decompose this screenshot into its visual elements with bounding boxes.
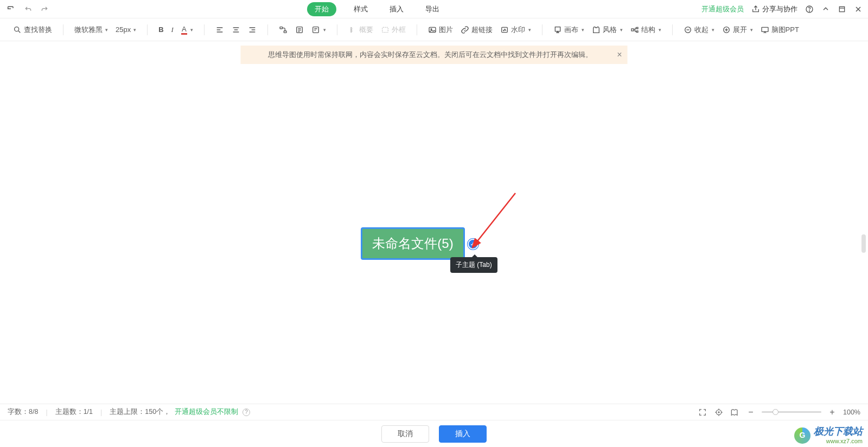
svg-rect-12 bbox=[555, 27, 560, 31]
svg-point-3 bbox=[15, 27, 19, 31]
structure-button[interactable]: 结构▾ bbox=[629, 23, 662, 36]
app-logo-icon bbox=[5, 4, 16, 15]
zoom-thumb[interactable] bbox=[773, 409, 778, 415]
divider bbox=[337, 24, 337, 35]
mindmap-ppt-button[interactable]: 脑图PPT bbox=[760, 23, 800, 36]
locate-icon[interactable] bbox=[714, 407, 724, 417]
help-icon[interactable] bbox=[805, 5, 814, 14]
chevron-down-icon: ▾ bbox=[105, 27, 108, 33]
font-size-select[interactable]: 25px▾ bbox=[114, 24, 137, 35]
info-banner: 思维导图使用时需保持联网，内容会实时保存至云文档。关闭后可在云文档中找到文件并打… bbox=[241, 46, 628, 64]
tab-start[interactable]: 开始 bbox=[307, 2, 336, 16]
tab-style[interactable]: 样式 bbox=[349, 2, 372, 16]
theme-label: 风格 bbox=[603, 25, 617, 35]
canvas[interactable]: 未命名文件(5) + 子主题 (Tab) bbox=[0, 41, 868, 400]
watermark-button[interactable]: 水印▾ bbox=[499, 23, 532, 36]
undo-icon[interactable] bbox=[24, 5, 33, 14]
chevron-down-icon: ▾ bbox=[620, 27, 623, 33]
bold-button[interactable]: B bbox=[157, 24, 164, 35]
tab-export[interactable]: 导出 bbox=[421, 2, 444, 16]
actionbar: 取消 插入 bbox=[0, 420, 868, 447]
collapse-label: 收起 bbox=[694, 25, 709, 35]
divider bbox=[672, 24, 673, 35]
topic-count: 主题数：1/1 bbox=[55, 407, 93, 417]
relation-button[interactable] bbox=[278, 24, 289, 36]
expand-button[interactable]: 展开▾ bbox=[721, 23, 754, 36]
tag-button[interactable]: ▾ bbox=[310, 24, 327, 36]
italic-button[interactable]: I bbox=[170, 24, 175, 36]
expand-label: 展开 bbox=[733, 25, 747, 35]
align-right-button[interactable] bbox=[247, 24, 258, 36]
font-size-value: 25px bbox=[116, 25, 131, 34]
image-button[interactable]: 图片 bbox=[427, 23, 454, 36]
watermark-label: 水印 bbox=[511, 25, 525, 35]
canvas-button[interactable]: 画布▾ bbox=[552, 23, 585, 36]
statusbar: 字数：8/8 | 主题数：1/1 | 主题上限：150个， 开通超级会员不限制 … bbox=[0, 404, 868, 420]
svg-rect-4 bbox=[280, 27, 283, 28]
insert-button[interactable]: 插入 bbox=[439, 425, 487, 443]
zoom-in-button[interactable]: + bbox=[828, 407, 837, 417]
vip-unlimited-link[interactable]: 开通超级会员不限制 bbox=[175, 407, 238, 417]
font-family-select[interactable]: 微软雅黑▾ bbox=[73, 23, 109, 36]
zoom-value: 100% bbox=[843, 408, 860, 416]
banner-close-icon[interactable]: × bbox=[617, 50, 622, 60]
add-child-button[interactable]: + bbox=[468, 239, 478, 250]
share-label: 分享与协作 bbox=[762, 4, 797, 14]
divider bbox=[542, 24, 542, 35]
collapse-window-icon[interactable] bbox=[821, 5, 830, 14]
summary-button: 概要 bbox=[347, 23, 374, 36]
svg-rect-2 bbox=[839, 7, 844, 11]
word-count: 字数：8/8 bbox=[8, 407, 38, 417]
summary-label: 概要 bbox=[359, 25, 373, 35]
root-node[interactable]: 未命名文件(5) bbox=[361, 227, 465, 260]
cancel-button[interactable]: 取消 bbox=[381, 425, 429, 443]
zoom-slider[interactable] bbox=[762, 411, 821, 413]
chevron-down-icon: ▾ bbox=[133, 27, 136, 33]
chevron-down-icon: ▾ bbox=[190, 27, 193, 33]
chevron-down-icon: ▾ bbox=[528, 27, 531, 33]
font-color-button[interactable]: A▾ bbox=[180, 23, 194, 36]
canvas-label: 画布 bbox=[564, 25, 578, 35]
chevron-down-icon: ▾ bbox=[712, 27, 714, 33]
chevron-down-icon: ▾ bbox=[659, 27, 661, 33]
divider bbox=[63, 24, 63, 35]
tab-insert[interactable]: 插入 bbox=[385, 2, 408, 16]
scrollbar[interactable] bbox=[861, 234, 866, 253]
annotation-arrow-icon bbox=[472, 190, 526, 250]
svg-point-1 bbox=[809, 10, 809, 11]
share-button[interactable]: 分享与协作 bbox=[751, 4, 797, 14]
help-icon[interactable]: ? bbox=[242, 408, 250, 416]
note-button[interactable] bbox=[294, 24, 305, 36]
close-icon[interactable] bbox=[854, 5, 863, 14]
menubar-center: 开始 样式 插入 导出 bbox=[49, 2, 701, 16]
divider bbox=[417, 24, 417, 35]
image-label: 图片 bbox=[439, 25, 453, 35]
fit-screen-icon[interactable] bbox=[698, 407, 707, 417]
svg-point-10 bbox=[431, 28, 432, 29]
theme-button[interactable]: 风格▾ bbox=[591, 23, 624, 36]
tooltip: 子主题 (Tab) bbox=[450, 257, 497, 273]
root-node-title: 未命名文件(5) bbox=[372, 235, 453, 252]
chevron-down-icon: ▾ bbox=[582, 27, 584, 33]
collapse-button[interactable]: 收起▾ bbox=[682, 23, 716, 36]
link-button[interactable]: 超链接 bbox=[459, 23, 494, 36]
menubar-left bbox=[5, 4, 49, 15]
find-replace-button[interactable]: 查找替换 bbox=[12, 23, 53, 36]
redo-icon[interactable] bbox=[40, 5, 49, 14]
menubar: 开始 样式 插入 导出 开通超级会员 分享与协作 bbox=[0, 0, 868, 18]
toolbar: 查找替换 微软雅黑▾ 25px▾ B I A▾ bbox=[0, 18, 868, 41]
minimap-icon[interactable] bbox=[730, 407, 740, 417]
tooltip-text: 子主题 (Tab) bbox=[456, 261, 492, 269]
svg-rect-16 bbox=[762, 27, 768, 31]
font-family-value: 微软雅黑 bbox=[74, 25, 103, 35]
status-right: − + 100% bbox=[698, 407, 860, 417]
align-center-button[interactable] bbox=[231, 24, 241, 36]
find-replace-label: 查找替换 bbox=[24, 25, 52, 35]
maximize-icon[interactable] bbox=[838, 5, 846, 14]
align-left-button[interactable] bbox=[214, 24, 225, 36]
divider bbox=[267, 24, 268, 35]
chevron-down-icon: ▾ bbox=[750, 27, 753, 33]
topic-limit: 主题上限：150个， bbox=[110, 407, 170, 417]
vip-link[interactable]: 开通超级会员 bbox=[701, 4, 744, 14]
zoom-out-button[interactable]: − bbox=[746, 407, 755, 417]
